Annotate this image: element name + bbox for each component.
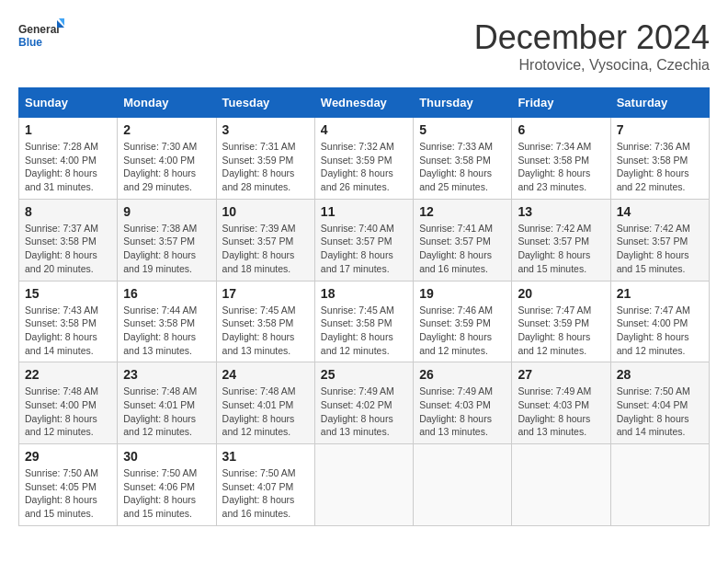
month-title: December 2024 (474, 18, 710, 57)
calendar-cell: 23 Sunrise: 7:48 AM Sunset: 4:01 PM Dayl… (118, 362, 216, 444)
calendar-cell: 21 Sunrise: 7:47 AM Sunset: 4:00 PM Dayl… (610, 281, 709, 362)
col-wednesday: Wednesday (314, 88, 413, 118)
subtitle: Hrotovice, Vysocina, Czechia (474, 57, 710, 74)
day-info: Sunrise: 7:49 AM Sunset: 4:03 PM Dayligh… (518, 385, 604, 439)
day-info: Sunrise: 7:33 AM Sunset: 3:58 PM Dayligh… (419, 140, 506, 194)
calendar-cell: 15 Sunrise: 7:43 AM Sunset: 3:58 PM Dayl… (19, 281, 118, 362)
day-number: 25 (321, 367, 407, 382)
logo-svg: General Blue (18, 18, 64, 60)
col-tuesday: Tuesday (216, 88, 314, 118)
calendar-cell: 27 Sunrise: 7:49 AM Sunset: 4:03 PM Dayl… (512, 362, 610, 444)
logo: General Blue (18, 18, 64, 60)
col-sunday: Sunday (19, 88, 118, 118)
day-info: Sunrise: 7:46 AM Sunset: 3:59 PM Dayligh… (419, 304, 506, 358)
day-number: 9 (123, 204, 210, 219)
day-info: Sunrise: 7:50 AM Sunset: 4:07 PM Dayligh… (222, 466, 309, 521)
svg-text:Blue: Blue (18, 36, 42, 49)
day-number: 10 (222, 204, 309, 219)
header-row: Sunday Monday Tuesday Wednesday Thursday… (19, 88, 710, 118)
calendar-cell: 1 Sunrise: 7:28 AM Sunset: 4:00 PM Dayli… (19, 118, 118, 200)
day-number: 5 (419, 122, 506, 137)
calendar-cell: 18 Sunrise: 7:45 AM Sunset: 3:58 PM Dayl… (314, 281, 413, 362)
title-area: December 2024 Hrotovice, Vysocina, Czech… (474, 18, 710, 74)
day-number: 15 (25, 286, 111, 301)
calendar-cell: 24 Sunrise: 7:48 AM Sunset: 4:01 PM Dayl… (216, 362, 314, 444)
calendar-cell: 5 Sunrise: 7:33 AM Sunset: 3:58 PM Dayli… (414, 118, 512, 200)
day-number: 24 (222, 367, 309, 382)
calendar-cell: 28 Sunrise: 7:50 AM Sunset: 4:04 PM Dayl… (610, 362, 709, 444)
calendar-week-5: 29 Sunrise: 7:50 AM Sunset: 4:05 PM Dayl… (19, 444, 710, 526)
calendar-cell: 4 Sunrise: 7:32 AM Sunset: 3:59 PM Dayli… (314, 118, 413, 200)
col-saturday: Saturday (610, 88, 709, 118)
header: General Blue December 2024 Hrotovice, Vy… (18, 18, 710, 74)
col-thursday: Thursday (414, 88, 512, 118)
day-info: Sunrise: 7:44 AM Sunset: 3:58 PM Dayligh… (123, 304, 210, 358)
day-info: Sunrise: 7:36 AM Sunset: 3:58 PM Dayligh… (617, 140, 703, 194)
calendar-cell: 26 Sunrise: 7:49 AM Sunset: 4:03 PM Dayl… (414, 362, 512, 444)
day-info: Sunrise: 7:28 AM Sunset: 4:00 PM Dayligh… (25, 140, 111, 194)
day-number: 18 (321, 286, 407, 301)
day-number: 21 (617, 286, 703, 301)
day-info: Sunrise: 7:39 AM Sunset: 3:57 PM Dayligh… (222, 222, 309, 276)
day-number: 7 (617, 122, 703, 137)
day-info: Sunrise: 7:40 AM Sunset: 3:57 PM Dayligh… (321, 222, 407, 276)
day-number: 31 (222, 449, 309, 464)
day-info: Sunrise: 7:48 AM Sunset: 4:01 PM Dayligh… (123, 385, 210, 439)
calendar-cell: 22 Sunrise: 7:48 AM Sunset: 4:00 PM Dayl… (19, 362, 118, 444)
calendar-body: 1 Sunrise: 7:28 AM Sunset: 4:00 PM Dayli… (19, 118, 710, 526)
calendar-cell: 19 Sunrise: 7:46 AM Sunset: 3:59 PM Dayl… (414, 281, 512, 362)
calendar-cell: 17 Sunrise: 7:45 AM Sunset: 3:58 PM Dayl… (216, 281, 314, 362)
day-number: 30 (123, 449, 210, 464)
day-number: 8 (25, 204, 111, 219)
calendar-cell: 12 Sunrise: 7:41 AM Sunset: 3:57 PM Dayl… (414, 199, 512, 281)
calendar-cell: 16 Sunrise: 7:44 AM Sunset: 3:58 PM Dayl… (118, 281, 216, 362)
calendar-cell (314, 444, 413, 526)
day-number: 11 (321, 204, 407, 219)
day-info: Sunrise: 7:41 AM Sunset: 3:57 PM Dayligh… (419, 222, 506, 276)
calendar-cell: 2 Sunrise: 7:30 AM Sunset: 4:00 PM Dayli… (118, 118, 216, 200)
calendar-cell: 29 Sunrise: 7:50 AM Sunset: 4:05 PM Dayl… (19, 444, 118, 526)
day-number: 12 (419, 204, 506, 219)
day-number: 27 (518, 367, 604, 382)
day-number: 20 (518, 286, 604, 301)
day-info: Sunrise: 7:50 AM Sunset: 4:04 PM Dayligh… (617, 385, 703, 439)
day-number: 1 (25, 122, 111, 137)
day-info: Sunrise: 7:32 AM Sunset: 3:59 PM Dayligh… (321, 140, 407, 194)
day-number: 19 (419, 286, 506, 301)
day-number: 29 (25, 449, 111, 464)
day-number: 14 (617, 204, 703, 219)
day-info: Sunrise: 7:48 AM Sunset: 4:01 PM Dayligh… (222, 385, 309, 439)
calendar-cell: 8 Sunrise: 7:37 AM Sunset: 3:58 PM Dayli… (19, 199, 118, 281)
calendar-cell: 7 Sunrise: 7:36 AM Sunset: 3:58 PM Dayli… (610, 118, 709, 200)
calendar-cell: 20 Sunrise: 7:47 AM Sunset: 3:59 PM Dayl… (512, 281, 610, 362)
calendar-week-3: 15 Sunrise: 7:43 AM Sunset: 3:58 PM Dayl… (19, 281, 710, 362)
day-number: 17 (222, 286, 309, 301)
calendar-cell: 6 Sunrise: 7:34 AM Sunset: 3:58 PM Dayli… (512, 118, 610, 200)
day-info: Sunrise: 7:37 AM Sunset: 3:58 PM Dayligh… (25, 222, 111, 276)
day-info: Sunrise: 7:49 AM Sunset: 4:02 PM Dayligh… (321, 385, 407, 439)
day-number: 6 (518, 122, 604, 137)
calendar-cell: 10 Sunrise: 7:39 AM Sunset: 3:57 PM Dayl… (216, 199, 314, 281)
calendar-cell: 30 Sunrise: 7:50 AM Sunset: 4:06 PM Dayl… (118, 444, 216, 526)
day-number: 13 (518, 204, 604, 219)
day-info: Sunrise: 7:38 AM Sunset: 3:57 PM Dayligh… (123, 222, 210, 276)
day-info: Sunrise: 7:42 AM Sunset: 3:57 PM Dayligh… (617, 222, 703, 276)
calendar-cell: 31 Sunrise: 7:50 AM Sunset: 4:07 PM Dayl… (216, 444, 314, 526)
day-info: Sunrise: 7:34 AM Sunset: 3:58 PM Dayligh… (518, 140, 604, 194)
day-number: 4 (321, 122, 407, 137)
day-info: Sunrise: 7:49 AM Sunset: 4:03 PM Dayligh… (419, 385, 506, 439)
calendar-week-1: 1 Sunrise: 7:28 AM Sunset: 4:00 PM Dayli… (19, 118, 710, 200)
day-info: Sunrise: 7:31 AM Sunset: 3:59 PM Dayligh… (222, 140, 309, 194)
day-info: Sunrise: 7:47 AM Sunset: 4:00 PM Dayligh… (617, 304, 703, 358)
day-info: Sunrise: 7:50 AM Sunset: 4:05 PM Dayligh… (25, 466, 111, 521)
calendar-table: Sunday Monday Tuesday Wednesday Thursday… (18, 87, 710, 526)
day-info: Sunrise: 7:42 AM Sunset: 3:57 PM Dayligh… (518, 222, 604, 276)
calendar-cell: 11 Sunrise: 7:40 AM Sunset: 3:57 PM Dayl… (314, 199, 413, 281)
calendar-cell: 13 Sunrise: 7:42 AM Sunset: 3:57 PM Dayl… (512, 199, 610, 281)
col-monday: Monday (118, 88, 216, 118)
day-info: Sunrise: 7:48 AM Sunset: 4:00 PM Dayligh… (25, 385, 111, 439)
day-info: Sunrise: 7:45 AM Sunset: 3:58 PM Dayligh… (222, 304, 309, 358)
calendar-week-2: 8 Sunrise: 7:37 AM Sunset: 3:58 PM Dayli… (19, 199, 710, 281)
calendar-cell: 25 Sunrise: 7:49 AM Sunset: 4:02 PM Dayl… (314, 362, 413, 444)
day-info: Sunrise: 7:30 AM Sunset: 4:00 PM Dayligh… (123, 140, 210, 194)
